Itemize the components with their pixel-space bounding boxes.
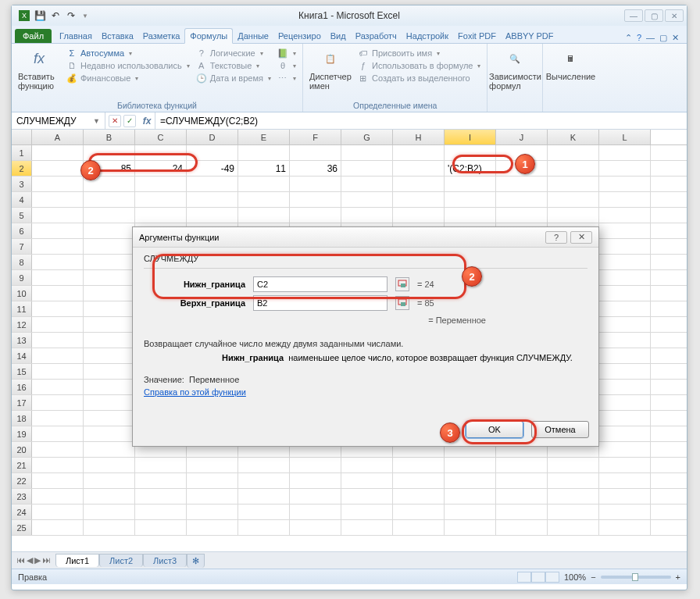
insert-function-button[interactable]: fx Вставить функцию — [18, 47, 60, 99]
cell[interactable] — [341, 520, 393, 535]
cancel-button[interactable]: Отмена — [531, 421, 589, 438]
dialog-help-button[interactable]: ? — [545, 231, 567, 244]
col-F[interactable]: F — [290, 130, 341, 144]
cell[interactable] — [84, 489, 135, 504]
doc-restore-icon[interactable]: ▢ — [659, 33, 667, 43]
cell[interactable] — [32, 223, 84, 238]
cell[interactable] — [496, 473, 548, 488]
row-header-6[interactable]: 6 — [12, 223, 32, 238]
cell[interactable] — [496, 520, 548, 535]
row-header-1[interactable]: 1 — [12, 145, 32, 160]
cell[interactable] — [238, 145, 290, 160]
cell[interactable] — [32, 208, 84, 223]
cell[interactable] — [548, 520, 599, 535]
cell[interactable] — [548, 489, 599, 504]
tab-file[interactable]: Файл — [15, 29, 52, 43]
cell[interactable] — [32, 520, 84, 535]
cell[interactable] — [84, 223, 135, 238]
cell[interactable] — [599, 458, 651, 472]
cell[interactable] — [599, 223, 651, 238]
cell[interactable] — [84, 473, 135, 488]
arg-lower-input[interactable] — [253, 276, 388, 292]
cell[interactable] — [290, 192, 341, 207]
cell[interactable] — [599, 317, 651, 332]
cell[interactable] — [548, 505, 599, 519]
cell[interactable] — [187, 505, 238, 519]
row-header-12[interactable]: 12 — [12, 317, 32, 332]
cell[interactable] — [238, 208, 290, 223]
cell[interactable] — [599, 239, 651, 254]
cell[interactable] — [135, 489, 187, 504]
cell[interactable] — [238, 520, 290, 535]
page-layout-view-button[interactable] — [531, 572, 545, 583]
cell[interactable] — [599, 505, 651, 519]
cell[interactable] — [599, 301, 651, 316]
cell[interactable] — [187, 520, 238, 535]
cell[interactable] — [599, 489, 651, 504]
row-header-3[interactable]: 3 — [12, 176, 32, 191]
row-header-17[interactable]: 17 — [12, 395, 32, 410]
tab-review[interactable]: Рецензиро — [273, 29, 326, 43]
namebox-dropdown-icon[interactable]: ▼ — [93, 117, 100, 125]
cell[interactable] — [238, 458, 290, 472]
col-K[interactable]: K — [548, 130, 599, 144]
row-header-13[interactable]: 13 — [12, 333, 32, 348]
cell[interactable] — [599, 161, 651, 176]
datetime-button[interactable]: 🕒Дата и время▾ — [196, 72, 271, 84]
cell[interactable] — [599, 364, 651, 379]
cell[interactable] — [445, 505, 496, 519]
normal-view-button[interactable] — [517, 572, 531, 583]
cell[interactable] — [445, 208, 496, 223]
cell[interactable] — [393, 176, 445, 191]
tab-data[interactable]: Данные — [233, 29, 273, 43]
row-header-23[interactable]: 23 — [12, 489, 32, 504]
col-C[interactable]: C — [135, 130, 187, 144]
cell[interactable] — [238, 192, 290, 207]
cell[interactable] — [135, 505, 187, 519]
recent-button[interactable]: 🗋Недавно использовались▾ — [66, 59, 190, 72]
cell[interactable] — [290, 520, 341, 535]
cell[interactable] — [445, 489, 496, 504]
cell[interactable] — [84, 208, 135, 223]
tab-developer[interactable]: Разработч — [351, 29, 402, 43]
page-break-view-button[interactable] — [545, 572, 559, 583]
cell[interactable] — [599, 442, 651, 457]
cell[interactable] — [341, 145, 393, 160]
cell[interactable] — [84, 505, 135, 519]
zoom-percent[interactable]: 100% — [564, 572, 586, 582]
redo-icon[interactable]: ↷ — [65, 9, 77, 22]
cell[interactable] — [135, 176, 187, 191]
cell[interactable] — [290, 145, 341, 160]
col-A[interactable]: A — [32, 130, 84, 144]
minimize-button[interactable]: — — [624, 9, 643, 22]
cell[interactable] — [32, 348, 84, 363]
more-fn-button[interactable]: 📗▾ — [277, 47, 296, 59]
cell[interactable] — [496, 505, 548, 519]
cell[interactable] — [238, 176, 290, 191]
cell[interactable]: 36 — [290, 161, 341, 176]
cell[interactable] — [496, 489, 548, 504]
cell[interactable] — [32, 505, 84, 519]
cell[interactable] — [599, 176, 651, 191]
cell[interactable] — [32, 286, 84, 301]
cell[interactable] — [187, 176, 238, 191]
row-header-14[interactable]: 14 — [12, 348, 32, 363]
zoom-out-button[interactable]: − — [591, 572, 595, 582]
row-header-11[interactable]: 11 — [12, 301, 32, 316]
col-G[interactable]: G — [341, 130, 393, 144]
sheet-tab-1[interactable]: Лист1 — [55, 554, 99, 567]
cell[interactable] — [187, 458, 238, 472]
cell[interactable]: 11 — [238, 161, 290, 176]
cell[interactable] — [599, 270, 651, 285]
formula-auditing-button[interactable]: 🔍 Зависимости формул — [494, 47, 536, 110]
cell[interactable] — [84, 317, 135, 332]
row-header-5[interactable]: 5 — [12, 208, 32, 223]
cell[interactable] — [135, 145, 187, 160]
row-header-20[interactable]: 20 — [12, 442, 32, 457]
cell[interactable] — [341, 489, 393, 504]
cell[interactable] — [393, 505, 445, 519]
zoom-in-button[interactable]: + — [676, 572, 680, 582]
col-E[interactable]: E — [238, 130, 290, 144]
prev-sheet-icon[interactable]: ◀ — [27, 555, 33, 565]
cell[interactable] — [341, 458, 393, 472]
